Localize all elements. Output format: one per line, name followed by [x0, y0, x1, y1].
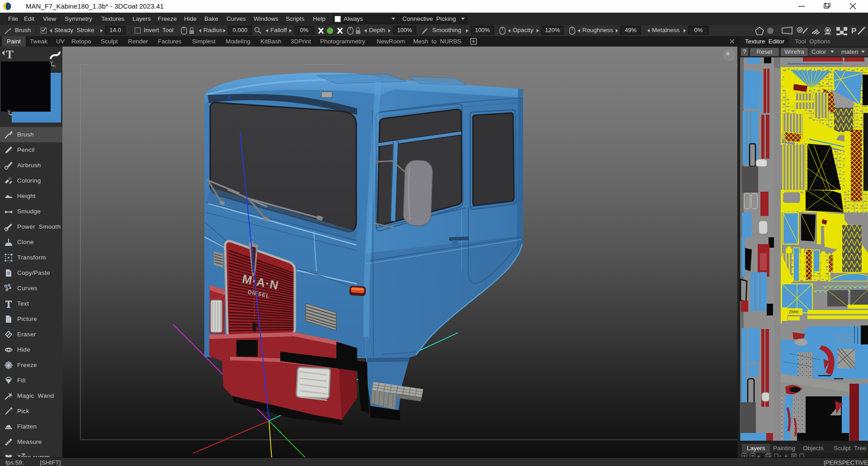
svg-text:T: T	[6, 48, 14, 61]
svg-text:z: z	[228, 94, 231, 100]
svg-text:ZMW: ZMW	[789, 310, 799, 314]
svg-text:P: P	[851, 27, 856, 35]
